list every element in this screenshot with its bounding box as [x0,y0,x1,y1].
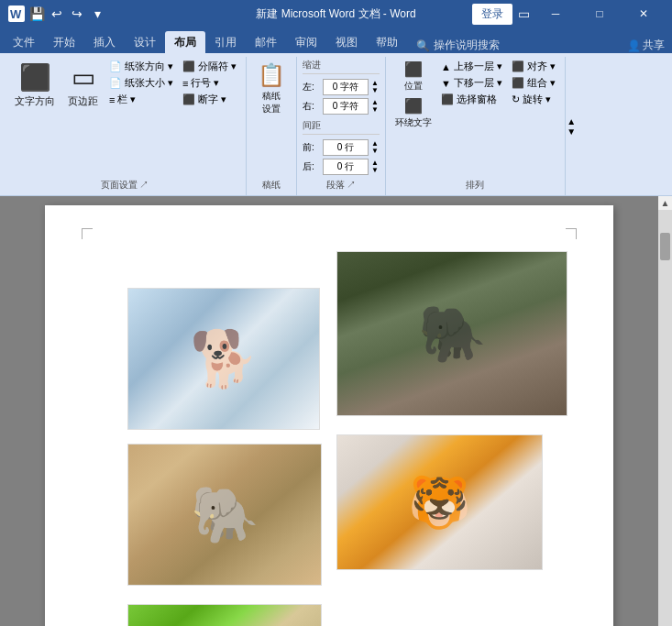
right-label: 右: [303,100,321,113]
minimize-button[interactable]: ─ [534,0,577,27]
login-button[interactable]: 登录 [472,4,512,25]
position-button[interactable]: ⬛ 位置 [391,59,435,94]
window-title: 新建 Microsoft Word 文档 - Word [256,6,415,22]
tab-file[interactable]: 文件 [4,31,44,53]
orientation-button[interactable]: 📄 纸张方向 ▾ [105,59,177,74]
tab-insert[interactable]: 插入 [84,31,125,53]
page-options-col2: ⬛ 分隔符 ▾ ≡ 行号 ▾ ⬛ 断字 ▾ [179,59,240,107]
orientation-arrow: ▾ [168,60,173,72]
manuscript-icon: 📋 [258,62,285,88]
indent-spacing-controls: 缩进 左: ▲ ▼ 右: ▲ ▼ 间距 [303,59,380,175]
send-backward-icon: ▼ [441,78,451,89]
text-direction-label: 文字方向 [15,94,55,108]
paragraph-expand-icon[interactable]: ↗ [347,180,356,190]
left-indent-input[interactable] [323,79,369,95]
tab-help[interactable]: 帮助 [367,31,407,53]
bring-forward-button[interactable]: ▲ 上移一层 ▾ [437,59,506,74]
tab-mail[interactable]: 邮件 [246,31,286,53]
redo-icon[interactable]: ↪ [68,5,86,23]
share-button[interactable]: 👤 共享 [627,38,665,53]
image-elephant-forest[interactable] [336,251,567,416]
hyphenation-button[interactable]: ⬛ 断字 ▾ [179,92,240,107]
bring-forward-arrow: ▾ [497,60,502,72]
after-spacing-down[interactable]: ▼ [370,167,380,174]
group-label: 组合 [527,76,547,90]
corner-marker-tr [566,228,577,239]
close-button[interactable]: ✕ [622,0,665,27]
paper-size-label: 纸张大小 [125,76,165,90]
before-spacing-arrows[interactable]: ▲ ▼ [370,140,380,155]
tab-layout[interactable]: 布局 [165,31,205,53]
selection-pane-label: 选择窗格 [457,93,497,106]
wrap-text-icon: ⬛ [404,97,423,115]
image-husky[interactable] [127,288,320,430]
undo-icon[interactable]: ↩ [48,5,66,23]
send-backward-button[interactable]: ▼ 下移一层 ▾ [437,75,506,91]
page-setup-expand-icon[interactable]: ↗ [139,180,149,190]
image-kittens[interactable] [127,604,322,626]
rotate-icon: ↻ [512,93,520,105]
search-box[interactable]: 🔍 操作说明搜索 [411,38,505,53]
manuscript-settings-button[interactable]: 📋 稿纸设置 [252,59,291,119]
line-numbers-icon: ≡ [182,78,188,89]
columns-button[interactable]: ≡ 栏 ▾ [105,92,177,107]
tab-view[interactable]: 视图 [326,31,367,53]
left-indent-arrows[interactable]: ▲ ▼ [370,80,380,94]
group-button[interactable]: ⬛ 组合 ▾ [508,75,559,91]
paper-size-arrow: ▾ [168,77,173,89]
before-spacing-input[interactable] [323,139,369,156]
ribbon-scroll[interactable]: ▲ ▼ [565,57,578,195]
margins-button[interactable]: ▭ 页边距 [62,59,104,112]
wrap-text-button[interactable]: ⬛ 环绕文字 [391,95,435,131]
arrange-group-label: 排列 [391,177,559,193]
ribbon-group-arrange: ⬛ 位置 ⬛ 环绕文字 ▲ 上移一层 ▾ ▼ 下移一层 ▾ [386,57,565,195]
vertical-scrollbar[interactable]: ▲ ▼ [658,196,672,626]
image-tiger[interactable] [336,434,543,570]
after-spacing-input[interactable] [323,159,369,175]
breaks-button[interactable]: ⬛ 分隔符 ▾ [179,59,240,74]
customize-qat-icon[interactable]: ▾ [88,5,106,23]
page-options-col: 📄 纸张方向 ▾ 📄 纸张大小 ▾ ≡ 栏 ▾ [105,59,177,107]
breaks-icon: ⬛ [182,60,195,72]
right-indent-input[interactable] [323,98,369,115]
save-icon[interactable]: 💾 [28,5,46,23]
image-elephant-red[interactable] [127,444,322,586]
right-indent-arrows[interactable]: ▲ ▼ [370,99,380,114]
right-indent-down[interactable]: ▼ [370,106,380,114]
ribbon-display-icon[interactable]: ▭ [514,5,533,23]
position-label: 位置 [404,80,423,93]
search-icon: 🔍 [416,39,430,52]
align-icon: ⬛ [512,60,524,72]
left-indent-down[interactable]: ▼ [370,87,380,94]
line-numbers-button[interactable]: ≡ 行号 ▾ [179,75,240,91]
left-label: 左: [303,81,321,93]
paper-size-button[interactable]: 📄 纸张大小 ▾ [105,75,177,91]
scroll-up-button[interactable]: ▲ [659,196,672,210]
tab-review[interactable]: 审阅 [286,31,326,53]
before-spacing-down[interactable]: ▼ [370,148,380,155]
restore-button[interactable]: □ [578,0,621,27]
ribbon-scroll-up[interactable]: ▲ [566,116,578,126]
scroll-thumb[interactable] [660,233,670,260]
corner-marker-tl [82,228,93,239]
scroll-track[interactable] [658,210,672,626]
align-button[interactable]: ⬛ 对齐 ▾ [508,59,559,74]
manuscript-content: 📋 稿纸设置 [252,57,291,177]
ribbon-group-paragraph: 缩进 左: ▲ ▼ 右: ▲ ▼ 间距 [297,57,386,195]
rotate-arrow: ▾ [545,93,551,105]
tab-references[interactable]: 引用 [205,31,246,53]
document-area[interactable] [0,196,658,626]
document-page [45,205,613,626]
margins-icon: ▭ [72,62,95,93]
tab-design[interactable]: 设计 [125,31,165,53]
share-section: 👤 共享 [627,38,672,53]
selection-pane-button[interactable]: ⬛ 选择窗格 [437,92,506,107]
position-icon: ⬛ [404,60,423,78]
rotate-button[interactable]: ↻ 旋转 ▾ [508,92,559,107]
tab-home[interactable]: 开始 [44,31,84,53]
text-direction-button[interactable]: ⬛ 文字方向 [9,59,61,112]
after-spacing-arrows[interactable]: ▲ ▼ [370,159,380,174]
align-arrow: ▾ [550,60,556,72]
ribbon-scroll-down[interactable]: ▼ [566,126,578,137]
paragraph-group-label: 段落 ↗ [303,177,380,193]
